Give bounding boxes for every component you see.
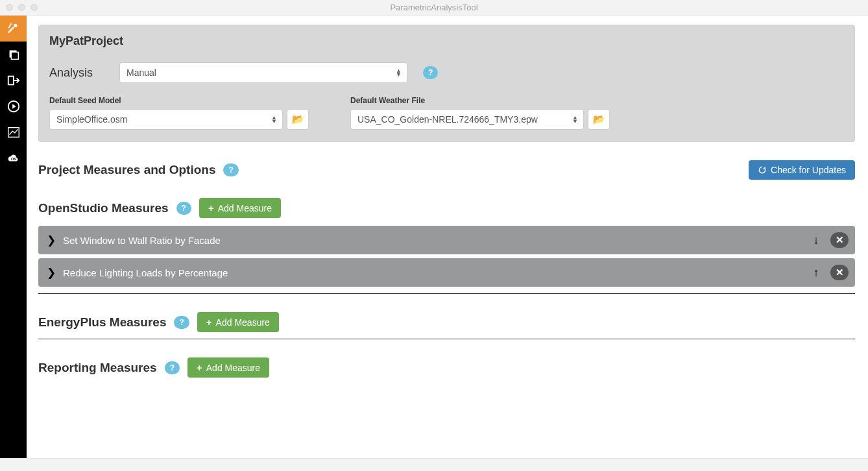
close-window-dot[interactable] xyxy=(6,4,13,11)
sidebar-item-reports[interactable] xyxy=(0,119,27,145)
close-icon: ✕ xyxy=(836,267,844,278)
chevron-right-icon[interactable]: ❯ xyxy=(47,266,55,280)
svg-marker-6 xyxy=(12,104,16,108)
weather-file-select[interactable]: USA_CO_Golden-NREL.724666_TMY3.epw ▲▼ xyxy=(350,109,584,130)
seed-model-select[interactable]: SimpleOffice.osm ▲▼ xyxy=(49,109,283,130)
sidebar-item-design-alts[interactable] xyxy=(0,42,27,67)
chart-icon xyxy=(6,125,21,139)
openstudio-add-measure-button[interactable]: + Add Measure xyxy=(199,198,281,218)
reporting-help-button[interactable]: ? xyxy=(165,361,180,374)
stack-icon xyxy=(6,47,21,62)
seed-model-value: SimpleOffice.osm xyxy=(56,114,127,125)
energyplus-add-measure-button[interactable]: + Add Measure xyxy=(197,312,279,332)
openstudio-measures-title: OpenStudio Measures xyxy=(38,201,169,215)
select-arrows-icon: ▲▼ xyxy=(572,115,578,123)
traffic-lights xyxy=(6,4,38,11)
analysis-help-button[interactable]: ? xyxy=(423,66,438,79)
analysis-select[interactable]: Manual ▲▼ xyxy=(119,62,407,83)
seed-model-browse-button[interactable]: 📂 xyxy=(287,109,309,130)
weather-file-value: USA_CO_Golden-NREL.724666_TMY3.epw xyxy=(357,114,538,125)
energyplus-measures-title: EnergyPlus Measures xyxy=(38,315,166,330)
analysis-label: Analysis xyxy=(49,66,104,80)
svg-rect-4 xyxy=(8,77,13,85)
delete-measure-button[interactable]: ✕ xyxy=(830,232,849,248)
measure-name: Set Window to Wall Ratio by Facade xyxy=(63,235,802,246)
minimize-window-dot[interactable] xyxy=(18,4,25,11)
svg-rect-1 xyxy=(8,23,12,29)
sidebar-item-run[interactable] xyxy=(0,93,27,119)
plus-icon: + xyxy=(208,202,214,213)
svg-point-0 xyxy=(14,24,18,28)
reporting-add-measure-button[interactable]: + Add Measure xyxy=(187,357,269,378)
folder-icon: 📂 xyxy=(292,114,304,125)
sidebar: OS xyxy=(0,16,27,471)
move-down-button[interactable]: ↓ xyxy=(810,234,823,247)
check-updates-button[interactable]: Check for Updates xyxy=(749,160,855,180)
project-measures-help-button[interactable]: ? xyxy=(223,163,238,176)
plus-icon: + xyxy=(197,362,202,373)
weather-file-browse-button[interactable]: 📂 xyxy=(588,109,610,130)
energyplus-help-button[interactable]: ? xyxy=(174,316,189,329)
chevron-right-icon[interactable]: ❯ xyxy=(47,234,55,247)
delete-measure-button[interactable]: ✕ xyxy=(830,265,849,280)
openstudio-help-button[interactable]: ? xyxy=(176,202,191,215)
measure-row[interactable]: ❯ Set Window to Wall Ratio by Facade ↓ ✕ xyxy=(38,226,855,254)
zoom-window-dot[interactable] xyxy=(30,4,38,11)
reporting-measures-title: Reporting Measures xyxy=(38,361,157,375)
weather-file-label: Default Weather File xyxy=(350,96,610,105)
measure-name: Reduce Lighting Loads by Percentage xyxy=(63,267,802,278)
close-icon: ✕ xyxy=(836,234,844,246)
svg-text:OS: OS xyxy=(11,157,16,161)
wrench-screwdriver-icon xyxy=(6,21,21,36)
analysis-select-value: Manual xyxy=(127,67,156,78)
section-divider xyxy=(38,339,855,339)
select-arrows-icon: ▲▼ xyxy=(396,69,402,77)
status-bar xyxy=(0,458,868,471)
window-title: ParametricAnalysisTool xyxy=(0,3,868,12)
section-divider xyxy=(38,293,855,294)
export-icon xyxy=(6,73,21,88)
project-header-panel: MyPatProject Analysis Manual ▲▼ ? Defaul… xyxy=(38,25,855,142)
play-circle-icon xyxy=(6,99,21,114)
sidebar-item-outputs[interactable] xyxy=(0,67,27,93)
folder-icon: 📂 xyxy=(593,114,605,125)
refresh-icon xyxy=(758,165,767,175)
sidebar-item-setup[interactable] xyxy=(0,16,27,42)
cloud-icon: OS xyxy=(6,151,21,165)
window-titlebar: ParametricAnalysisTool xyxy=(0,0,868,16)
plus-icon: + xyxy=(206,317,212,328)
project-title: MyPatProject xyxy=(49,34,844,48)
select-arrows-icon: ▲▼ xyxy=(271,115,277,123)
main-content: MyPatProject Analysis Manual ▲▼ ? Defaul… xyxy=(27,16,868,471)
move-up-button[interactable]: ↑ xyxy=(810,266,823,280)
seed-model-label: Default Seed Model xyxy=(49,96,309,105)
svg-rect-3 xyxy=(11,52,18,59)
measure-row[interactable]: ❯ Reduce Lighting Loads by Percentage ↑ … xyxy=(38,258,855,287)
sidebar-item-cloud[interactable]: OS xyxy=(0,145,27,171)
svg-marker-9 xyxy=(763,167,766,169)
project-measures-title: Project Measures and Options xyxy=(38,163,215,177)
